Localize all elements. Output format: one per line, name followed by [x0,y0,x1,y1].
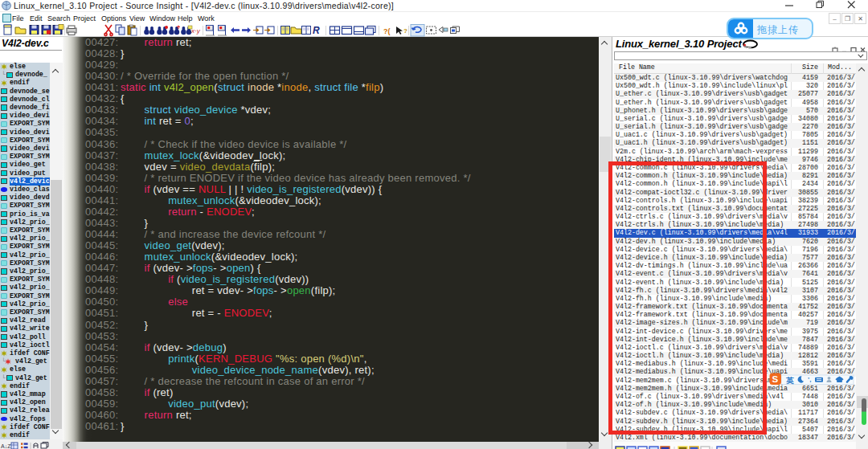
svg-text:’,: ’, [808,376,811,383]
svg-text:?(: ?( [383,27,391,35]
svg-text:英: 英 [786,376,794,385]
svg-text:A↓Z: A↓Z [1,443,11,449]
svg-text:R: R [313,25,320,36]
svg-text:S: S [772,374,778,384]
svg-text:x·y: x·y [190,27,201,35]
svg-text:?: ? [403,27,407,35]
